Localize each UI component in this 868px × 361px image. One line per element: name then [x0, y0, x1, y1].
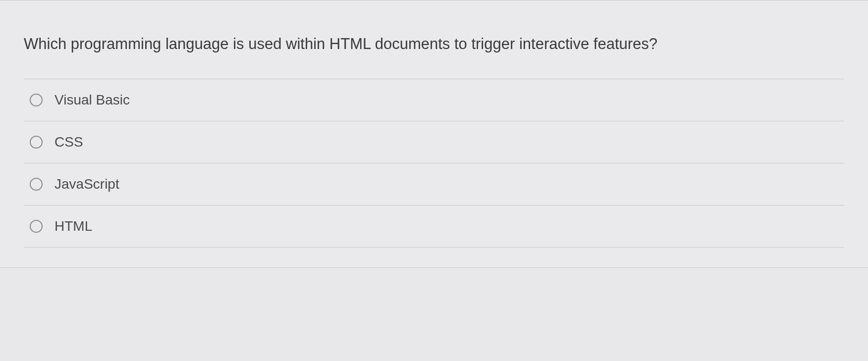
radio-icon[interactable]	[30, 220, 43, 233]
question-container: Which programming language is used withi…	[0, 0, 868, 268]
option-label: CSS	[54, 134, 83, 150]
options-list: Visual Basic CSS JavaScript HTML	[0, 79, 868, 248]
radio-icon[interactable]	[30, 94, 43, 106]
option-row-css[interactable]: CSS	[24, 121, 844, 163]
option-row-visual-basic[interactable]: Visual Basic	[24, 79, 844, 121]
option-row-javascript[interactable]: JavaScript	[24, 163, 844, 205]
option-row-html[interactable]: HTML	[24, 205, 844, 248]
divider	[0, 267, 868, 268]
radio-icon[interactable]	[30, 136, 43, 149]
question-text: Which programming language is used withi…	[0, 0, 868, 79]
option-label: HTML	[54, 218, 92, 234]
option-label: JavaScript	[54, 176, 119, 192]
radio-icon[interactable]	[30, 178, 43, 191]
option-label: Visual Basic	[54, 92, 130, 108]
